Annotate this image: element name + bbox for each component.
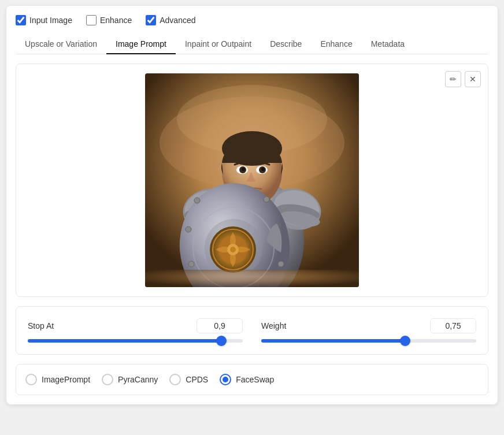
radio-pyracanny[interactable]: PyraCanny — [102, 374, 158, 385]
radio-cpds-outer — [169, 374, 181, 385]
weight-thumb[interactable] — [400, 336, 410, 346]
tab-image-prompt[interactable]: Image Prompt — [106, 35, 176, 54]
weight-label: Weight — [261, 321, 286, 330]
svg-point-21 — [242, 168, 245, 171]
radio-faceswap-inner — [223, 377, 228, 382]
weight-track[interactable] — [261, 339, 476, 343]
advanced-checkbox[interactable] — [146, 15, 156, 25]
tabs-row: Upscale or Variation Image Prompt Inpain… — [16, 35, 488, 54]
radio-imageprompt[interactable]: ImagePrompt — [25, 374, 90, 385]
radio-pyracanny-outer — [102, 374, 113, 385]
advanced-label: Advanced — [160, 16, 195, 25]
svg-rect-40 — [145, 270, 359, 287]
weight-value[interactable] — [430, 318, 476, 333]
tab-metadata[interactable]: Metadata — [362, 35, 414, 54]
svg-point-26 — [188, 261, 194, 267]
stop-at-fill — [28, 339, 221, 343]
svg-point-22 — [261, 168, 265, 171]
tab-describe[interactable]: Describe — [261, 35, 311, 54]
image-actions: ✏ ✕ — [445, 71, 481, 87]
stop-at-group: Stop At — [28, 318, 243, 343]
edit-icon: ✏ — [450, 75, 457, 84]
knight-image — [145, 73, 359, 287]
svg-point-39 — [230, 247, 236, 252]
radio-imageprompt-label: ImagePrompt — [42, 375, 90, 384]
main-container: Input Image Enhance Advanced Upscale or … — [6, 6, 498, 404]
tab-enhance[interactable]: Enhance — [311, 35, 361, 54]
radio-cpds[interactable]: CPDS — [169, 374, 208, 385]
weight-group: Weight — [261, 318, 476, 343]
radio-row: ImagePrompt PyraCanny CPDS FaceSwap — [25, 374, 479, 385]
radio-card: ImagePrompt PyraCanny CPDS FaceSwap — [16, 364, 488, 395]
svg-point-30 — [278, 261, 284, 267]
knight-svg — [145, 73, 359, 287]
advanced-checkbox-group[interactable]: Advanced — [146, 15, 195, 25]
stop-at-track[interactable] — [28, 339, 243, 343]
sliders-row: Stop At Weight — [28, 318, 476, 343]
tab-upscale[interactable]: Upscale or Variation — [16, 35, 106, 54]
image-card: ✏ ✕ — [16, 64, 488, 297]
enhance-checkbox-group[interactable]: Enhance — [86, 15, 132, 25]
radio-imageprompt-outer — [25, 374, 37, 385]
close-image-button[interactable]: ✕ — [465, 71, 481, 87]
weight-header: Weight — [261, 318, 476, 333]
input-image-label: Input Image — [29, 16, 72, 25]
stop-at-header: Stop At — [28, 318, 243, 333]
stop-at-thumb[interactable] — [216, 336, 227, 346]
stop-at-value[interactable] — [197, 318, 243, 333]
stop-at-label: Stop At — [28, 321, 54, 330]
radio-pyracanny-label: PyraCanny — [118, 375, 158, 384]
close-icon: ✕ — [469, 75, 476, 84]
top-checkboxes-row: Input Image Enhance Advanced — [16, 15, 488, 25]
sliders-card: Stop At Weight — [16, 306, 488, 355]
enhance-label: Enhance — [100, 16, 132, 25]
radio-faceswap-label: FaceSwap — [236, 375, 274, 384]
radio-faceswap[interactable]: FaceSwap — [220, 374, 274, 385]
svg-point-24 — [194, 198, 200, 203]
input-image-checkbox[interactable] — [16, 15, 26, 25]
radio-cpds-label: CPDS — [186, 375, 208, 384]
weight-fill — [261, 339, 405, 343]
input-image-checkbox-group[interactable]: Input Image — [16, 15, 72, 25]
radio-faceswap-outer — [220, 374, 231, 385]
enhance-checkbox[interactable] — [86, 15, 97, 25]
edit-image-button[interactable]: ✏ — [445, 71, 461, 87]
svg-point-25 — [186, 226, 191, 232]
svg-point-32 — [264, 196, 269, 202]
tab-inpaint[interactable]: Inpaint or Outpaint — [176, 35, 261, 54]
